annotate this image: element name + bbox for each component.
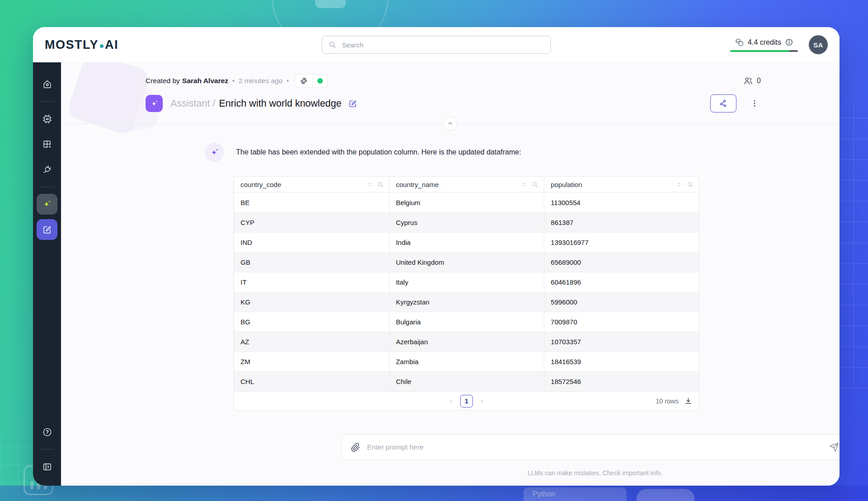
table-cell: Kyrgyzstan	[389, 292, 544, 312]
dataframe-table: country_code country_name	[234, 176, 699, 411]
table-cell: 1393016977	[544, 233, 699, 252]
table-cell: BG	[234, 312, 389, 332]
attach-file-button[interactable]	[351, 443, 360, 452]
paperclip-icon	[351, 443, 360, 452]
sidebar-item-help[interactable]: ?	[37, 421, 57, 442]
table-row: GBUnited Kingdom65689000	[234, 252, 699, 272]
table-header: country_code country_name	[234, 177, 699, 192]
ai-chip-icon: AI	[42, 114, 52, 124]
sort-icon[interactable]	[521, 181, 527, 188]
sidebar-item-datasets[interactable]	[37, 134, 57, 155]
assistant-badge	[146, 95, 163, 112]
table-cell: 5996000	[544, 292, 699, 312]
home-icon	[42, 79, 52, 89]
author-name: Sarah Alvarez	[182, 77, 228, 85]
coins-icon	[735, 37, 744, 47]
download-icon	[684, 397, 693, 405]
table-cell: Belgium	[389, 192, 544, 212]
left-sidebar: AI ?	[33, 62, 61, 486]
sidebar-divider	[40, 449, 54, 449]
search-input[interactable]	[342, 41, 544, 49]
share-icon	[719, 99, 728, 108]
table-cell: Cyprus	[389, 213, 544, 232]
editor-pencil-icon	[42, 225, 52, 235]
table-row: AZAzerbaijan10703357	[234, 332, 699, 351]
table-row: ZMZambia18416539	[234, 351, 699, 371]
table-footer: 1 10 rows	[234, 391, 699, 410]
table-row: ITItaly60461896	[234, 272, 699, 292]
table-cell: 7009870	[544, 312, 699, 332]
table-cell: 10703357	[544, 332, 699, 351]
column-header-country-code[interactable]: country_code	[234, 177, 389, 192]
global-search[interactable]	[322, 36, 551, 54]
sidebar-collapse-toggle[interactable]	[37, 456, 57, 477]
sidebar-item-connectors[interactable]	[37, 159, 57, 180]
table-cell: IT	[234, 272, 389, 292]
table-cell: KG	[234, 292, 389, 312]
runtime-status-badge[interactable]	[295, 74, 328, 88]
prev-page-button[interactable]	[448, 398, 455, 405]
content-area: Created by Sarah Alvarez • 2 minutes ago…	[61, 62, 840, 486]
chat-body: The table has been extended with the pop…	[61, 124, 840, 486]
breadcrumb: Assistant /	[170, 98, 215, 109]
page-number-button[interactable]: 1	[460, 395, 473, 407]
sort-icon[interactable]	[367, 181, 373, 188]
sidebar-divider	[40, 187, 54, 187]
column-search-icon[interactable]	[377, 181, 384, 188]
bg-plug-decoration	[315, 0, 346, 8]
chevron-right-icon	[478, 398, 486, 405]
logo-text-1: MOSTLY	[45, 38, 99, 52]
column-search-icon[interactable]	[687, 181, 693, 188]
table-row: CHLChile18572546	[234, 371, 699, 391]
column-search-icon[interactable]	[532, 181, 538, 188]
status-green-dot	[317, 78, 323, 84]
table-cell: CHL	[234, 372, 389, 391]
more-options-button[interactable]	[748, 97, 761, 110]
table-cell: Chile	[389, 372, 544, 391]
prompt-input-box[interactable]	[341, 434, 840, 460]
table-cell: 11300554	[544, 192, 699, 212]
bg-python-panel: Python	[524, 487, 627, 501]
column-header-country-name[interactable]: country_name	[389, 177, 544, 192]
prompt-input[interactable]	[367, 443, 829, 451]
table-row: BGBulgaria7009870	[234, 312, 699, 332]
bg-bottom-band	[0, 486, 868, 501]
table-cell: United Kingdom	[389, 253, 544, 272]
pagination: 1	[448, 395, 486, 407]
table-cell: 18416539	[544, 352, 699, 371]
collapse-sidebar-icon	[42, 462, 52, 472]
column-header-population[interactable]: population	[544, 177, 699, 192]
svg-text:?: ?	[46, 429, 48, 435]
table-cell: Azerbaijan	[389, 332, 544, 351]
sort-icon[interactable]	[676, 181, 682, 188]
sidebar-item-ai-models[interactable]: AI	[37, 108, 57, 129]
logo-text-2: AI	[105, 38, 118, 52]
send-button[interactable]	[829, 442, 839, 452]
search-icon	[329, 41, 337, 49]
credits-indicator[interactable]: 4.4 credits	[730, 37, 798, 52]
next-page-button[interactable]	[478, 398, 486, 405]
edit-title-button[interactable]	[348, 99, 358, 108]
table-row: KGKyrgyzstan5996000	[234, 292, 699, 312]
sidebar-item-editor[interactable]	[37, 219, 57, 240]
avatar[interactable]: SA	[809, 35, 828, 54]
sidebar-divider	[40, 101, 54, 102]
table-row: CYPCyprus861387	[234, 212, 699, 232]
main-window: MOSTLY AI 4.4 credits SA	[33, 27, 840, 486]
sidebar-item-assistant[interactable]	[37, 194, 57, 215]
collaborators: 0	[743, 76, 761, 86]
table-cell: 60461896	[544, 272, 699, 292]
kebab-icon	[750, 99, 759, 108]
table-cell: GB	[234, 253, 389, 272]
sidebar-item-home[interactable]	[37, 74, 57, 94]
download-button[interactable]	[684, 397, 693, 405]
help-icon: ?	[42, 427, 52, 437]
info-icon[interactable]	[785, 38, 793, 47]
assistant-avatar	[205, 143, 224, 162]
people-icon	[743, 76, 753, 86]
table-cell: India	[389, 233, 544, 252]
send-icon	[829, 442, 839, 452]
mostly-ai-logo: MOSTLY AI	[45, 38, 118, 52]
share-button[interactable]	[710, 94, 736, 112]
row-count-label: 10 rows	[656, 398, 679, 405]
